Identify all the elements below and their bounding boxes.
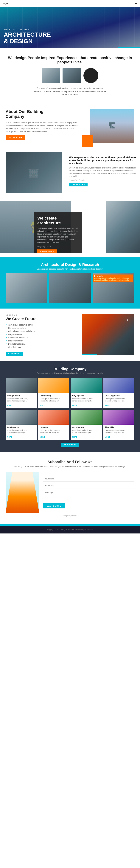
about-orange-accent <box>82 135 93 147</box>
dr-card-label: Research Consectetur adipiscing elit, se… <box>93 275 133 282</box>
create-btn[interactable]: KNOW MORE <box>37 249 57 253</box>
future-btn[interactable]: READ MORE <box>6 352 23 355</box>
bc-heading: Building Company <box>6 367 134 371</box>
bc-card-content-about-us: About Us Lorem ipsum dolor sit amet, con… <box>103 425 135 440</box>
hero-cyan-bar <box>117 47 140 48</box>
bc-card-remodeling: Remodeling Lorem ipsum dolor sit amet, c… <box>38 378 69 408</box>
list-item: Duo nullam plus dias <box>6 342 78 346</box>
dr-card-img-2 <box>49 273 91 303</box>
bc-card-img-workspaces <box>6 410 37 425</box>
competitive-img: 🏢 <box>6 152 62 193</box>
bc-more-city-spaces[interactable]: MORE <box>72 404 77 406</box>
bc-card-content-civil-engineers: Civil Engineers Lorem ipsum dolor sit am… <box>103 393 135 408</box>
bc-more-architecture[interactable]: MORE <box>72 436 77 438</box>
subscribe-person-img <box>6 472 39 513</box>
hero-title: ARCHITECTURE & DESIGN <box>4 31 51 44</box>
people-card-3 <box>83 68 98 83</box>
dr-cards: Research Consectetur adipiscing elit, se… <box>6 273 134 303</box>
list-item: Anim aliquid possunt expares <box>6 323 78 327</box>
bc-card-img-architecture <box>71 410 102 425</box>
people-heading: We design People Inspired Experiences th… <box>6 56 134 64</box>
plane-icon: ✈ <box>126 318 129 322</box>
dr-card-1 <box>6 273 47 303</box>
message-input[interactable] <box>43 490 134 501</box>
create-body: Sed ut perspiciatis unde omnis iste natu… <box>37 227 78 244</box>
subscribe-form[interactable]: LEARN MORE <box>43 476 134 508</box>
dr-body: Excepteur sint occaecat cupidatat non pr… <box>6 268 134 270</box>
bc-more-housing[interactable]: MORE <box>40 436 45 438</box>
subscribe-section: Subscribe And Follow Us We ask you of th… <box>0 452 140 524</box>
bc-card-text-civil-engineers: Lorem ipsum dolor sit amet, consectetur … <box>105 398 133 402</box>
create-section: 👷 We create architecture Sed ut perspici… <box>0 201 140 253</box>
future-label: ABOUT US <box>6 314 78 316</box>
bc-card-content-housing: Housing Lorem ipsum dolor sit amet, cons… <box>38 425 69 440</box>
bc-card-img-design-build <box>6 378 37 393</box>
create-right <box>106 201 140 253</box>
create-img-credit: Images by Freepik <box>37 246 78 248</box>
bc-card-workspaces: Workspaces Lorem ipsum dolor sit amet, c… <box>6 410 37 440</box>
hero-label: ARCHITECTURE FIRM <box>4 29 51 31</box>
bc-card-text-about-us: Lorem ipsum dolor sit amet, consectetur … <box>105 429 133 434</box>
subscribe-btn[interactable]: LEARN MORE <box>43 503 65 508</box>
bc-card-title-workspaces: Workspaces <box>7 426 35 428</box>
bc-more-about-us[interactable]: MORE <box>105 436 110 438</box>
bc-card-img-housing <box>38 410 69 425</box>
people-body: The most of the company branding process… <box>33 87 107 96</box>
dr-card-2 <box>49 273 91 303</box>
bc-card-content-workspaces: Workspaces Lorem ipsum dolor sit amet, c… <box>6 425 37 440</box>
bc-card-title-housing: Housing <box>40 426 68 428</box>
people-section: We design People Inspired Experiences th… <box>0 48 140 103</box>
bc-card-content-architecture: Architecture Lorem ipsum dolor sit amet,… <box>71 425 102 440</box>
about-crane-img: 🏗 <box>90 109 134 143</box>
bc-card-title-design-build: Design-Build <box>7 395 35 397</box>
bc-card-img-about-us <box>103 410 135 425</box>
list-item: Condiectum fermentum <box>6 336 78 339</box>
hero-content: ARCHITECTURE FIRM ARCHITECTURE & DESIGN <box>4 29 51 44</box>
bc-card-text-remodeling: Lorem ipsum dolor sit amet, consectetur … <box>40 398 68 402</box>
bc-card-title-remodeling: Remodeling <box>40 395 68 397</box>
bc-more-workspaces[interactable]: MORE <box>7 436 12 438</box>
bc-card-text-housing: Lorem ipsum dolor sit amet, consectetur … <box>40 429 68 434</box>
email-input[interactable] <box>43 483 134 488</box>
people-card-2 <box>63 68 81 83</box>
design-research-section: Architectural Design & Research Excepteu… <box>0 257 140 309</box>
bc-more-design-build[interactable]: MORE <box>7 404 12 406</box>
subscribe-heading: Subscribe And Follow Us <box>6 460 134 464</box>
name-input[interactable] <box>43 476 134 482</box>
future-cyan-accent <box>82 354 97 355</box>
dr-card-img-1 <box>6 273 47 303</box>
building-company-section: Building Company Proin consectetur sed l… <box>0 361 140 452</box>
bc-card-img-remodeling <box>38 378 69 393</box>
bc-card-text-workspaces: Lorem ipsum dolor sit amet, consectetur … <box>7 429 35 434</box>
bc-card-img-city-spaces <box>71 378 102 393</box>
subscribe-img-credit: Images by Freepik <box>6 515 134 517</box>
footer-text: Copyright © 2023 All rights reserved. Po… <box>6 529 134 530</box>
person-silhouette <box>6 472 39 513</box>
about-btn[interactable]: KNOW MORE <box>6 135 25 140</box>
list-item: Adipiscing cossundo amistiny ac <box>6 330 78 333</box>
bc-card-architecture: Architecture Lorem ipsum dolor sit amet,… <box>71 410 102 440</box>
competitive-body: Ut enim ad minim veniam, quis nostrud ex… <box>69 166 136 178</box>
logo: logo <box>3 2 8 5</box>
future-img: ✈ <box>82 314 134 355</box>
people-cards <box>6 68 134 83</box>
bc-btn[interactable]: KNOW MORE <box>61 443 79 447</box>
competitive-heading: We keep on ensuring a competitive edge a… <box>69 156 136 165</box>
bc-more-remodeling[interactable]: MORE <box>40 404 45 406</box>
competitive-btn[interactable]: LEARN MORE <box>69 183 88 186</box>
bc-card-about-us: About Us Lorem ipsum dolor sit amet, con… <box>103 410 135 440</box>
footer: Copyright © 2023 All rights reserved. Po… <box>0 526 140 533</box>
create-overlay: We create architecture Sed ut perspiciat… <box>34 212 82 253</box>
bc-card-content-remodeling: Remodeling Lorem ipsum dolor sit amet, c… <box>38 393 69 408</box>
bc-card-text-design-build: Lorem ipsum dolor sit amet, consectetur … <box>7 398 35 402</box>
bc-more-civil-engineers[interactable]: MORE <box>105 404 110 406</box>
future-list: Anim aliquid possunt expares Highest cha… <box>6 323 78 349</box>
competitive-img-credit: Images from Freepik <box>69 179 136 181</box>
hero-section: ARCHITECTURE FIRM ARCHITECTURE & DESIGN <box>0 7 140 48</box>
bc-body: Proin consectetur sed lorem vestibulus t… <box>6 372 134 374</box>
people-card-1 <box>42 68 60 83</box>
create-heading: We create architecture <box>37 216 78 225</box>
bc-card-text-architecture: Lorem ipsum dolor sit amet, consectetur … <box>72 429 100 434</box>
menu-icon[interactable]: ≡ <box>135 1 137 5</box>
about-heading: About Our Building Company <box>6 109 78 119</box>
